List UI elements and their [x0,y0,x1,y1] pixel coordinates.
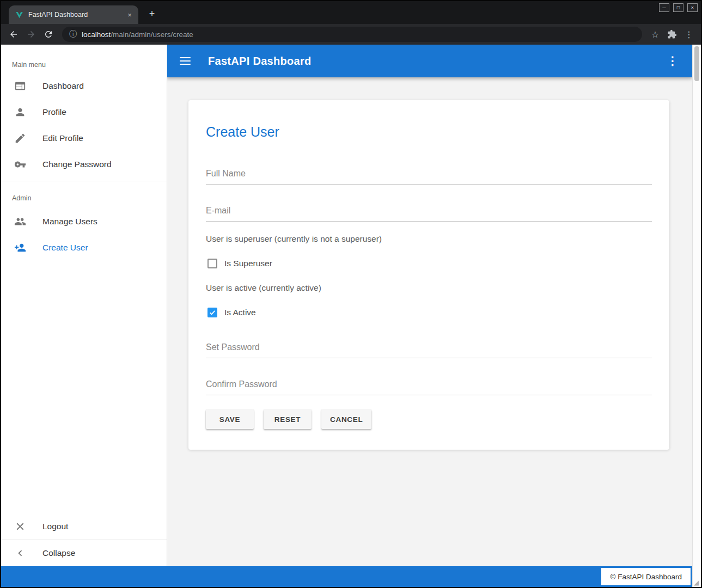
url-text: localhost/main/admin/users/create [82,30,193,39]
sidebar-item-label: Edit Profile [42,133,83,143]
extension-puzzle-icon [667,29,677,39]
hamburger-menu-icon[interactable] [180,55,191,67]
check-icon [209,309,216,316]
window-minimize-button[interactable]: ─ [659,3,669,12]
main-area: FastAPI Dashboard ⋮ Create User User is … [167,45,692,566]
app-footer: © FastAPI Dashboard [1,566,692,587]
sidebar-item-profile[interactable]: Profile [1,99,167,125]
sidebar-item-label: Collapse [42,548,75,558]
checkbox-label: Is Active [224,308,256,317]
active-hint-text: User is active (currently active) [206,283,652,293]
sidebar-item-label: Manage Users [42,217,97,226]
sidebar-section-caption: Admin [1,185,167,209]
create-user-card: Create User User is superuser (currently… [188,100,669,450]
is-superuser-checkbox[interactable] [207,259,217,268]
sidebar-item-edit-profile[interactable]: Edit Profile [1,125,167,151]
person-icon [14,106,27,118]
full-name-field[interactable] [206,168,652,185]
window-close-button[interactable]: × [687,3,698,12]
back-button[interactable] [5,26,22,42]
new-tab-button[interactable]: + [145,7,159,21]
sidebar-section-caption: Main menu [1,45,167,73]
sidebar-item-change-password[interactable]: Change Password [1,151,167,177]
sidebar-spacer [1,261,167,513]
tab-title: FastAPI Dashboard [28,11,120,19]
browser-titlebar: FastAPI Dashboard × + ─ □ × [1,1,701,24]
sidebar-item-label: Change Password [42,160,112,169]
window-controls: ─ □ × [659,3,698,12]
vuetify-favicon [15,11,23,19]
sidebar: Main menu Dashboard Profile Edit Profile [1,45,167,566]
page-title: Create User [206,124,652,140]
url-path: /main/admin/users/create [111,30,193,39]
page-scrollbar[interactable]: ◢ [692,45,701,587]
people-icon [14,216,27,228]
browser-window: FastAPI Dashboard × + ─ □ × ⓘ localhost/… [0,0,702,588]
copyright-text: © FastAPI Dashboard [610,573,682,581]
browser-toolbar: ⓘ localhost/main/admin/users/create ☆ ⋮ [1,24,701,45]
extensions-button[interactable] [664,26,680,42]
chevron-left-icon [14,547,27,559]
superuser-hint-text: User is superuser (currently is not a su… [206,234,652,244]
resize-grip-icon: ◢ [694,579,699,586]
checkbox-label: Is Superuser [224,259,272,268]
copyright-box: © FastAPI Dashboard [601,568,691,585]
content-area: Create User User is superuser (currently… [167,77,692,566]
is-active-checkbox[interactable] [207,308,217,317]
is-superuser-checkbox-row[interactable]: Is Superuser [206,259,652,268]
browser-menu-icon[interactable]: ⋮ [681,29,697,40]
sidebar-divider [1,181,167,181]
forward-arrow-icon [26,29,36,39]
reload-icon [44,29,53,39]
close-icon [14,520,27,532]
reload-button[interactable] [40,26,57,42]
page: Main menu Dashboard Profile Edit Profile [1,45,701,587]
sidebar-item-label: Logout [42,522,68,531]
back-arrow-icon [9,29,19,39]
address-bar[interactable]: ⓘ localhost/main/admin/users/create [62,27,642,42]
site-info-icon[interactable]: ⓘ [69,29,77,39]
sidebar-item-dashboard[interactable]: Dashboard [1,73,167,99]
bookmark-star-icon[interactable]: ☆ [648,29,663,40]
tab-close-icon[interactable]: × [125,11,134,19]
reset-button[interactable]: RESET [264,409,312,429]
email-field[interactable] [206,205,652,222]
app-bar-title: FastAPI Dashboard [208,55,312,68]
app-bar: FastAPI Dashboard ⋮ [167,45,692,77]
set-password-field[interactable] [206,341,652,358]
window-maximize-button[interactable]: □ [673,3,683,12]
sidebar-item-label: Create User [42,243,88,253]
form-buttons-row: SAVE RESET CANCEL [206,409,652,429]
sidebar-item-logout[interactable]: Logout [1,513,167,540]
pencil-icon [14,132,27,144]
sidebar-item-label: Profile [42,107,66,117]
browser-tab[interactable]: FastAPI Dashboard × [9,5,138,24]
cancel-button[interactable]: CANCEL [321,409,371,429]
is-active-checkbox-row[interactable]: Is Active [206,308,652,317]
confirm-password-field[interactable] [206,378,652,395]
dashboard-icon [14,80,27,92]
sidebar-item-label: Dashboard [42,81,84,91]
person-add-icon [14,242,27,254]
scrollbar-thumb[interactable] [694,46,699,81]
key-icon [14,158,27,170]
app-bar-menu-icon[interactable]: ⋮ [666,54,679,68]
sidebar-item-collapse[interactable]: Collapse [1,540,167,566]
url-host: localhost [82,30,111,39]
sidebar-item-create-user[interactable]: Create User [1,235,167,261]
sidebar-item-manage-users[interactable]: Manage Users [1,209,167,235]
forward-button[interactable] [23,26,39,42]
save-button[interactable]: SAVE [206,409,254,429]
